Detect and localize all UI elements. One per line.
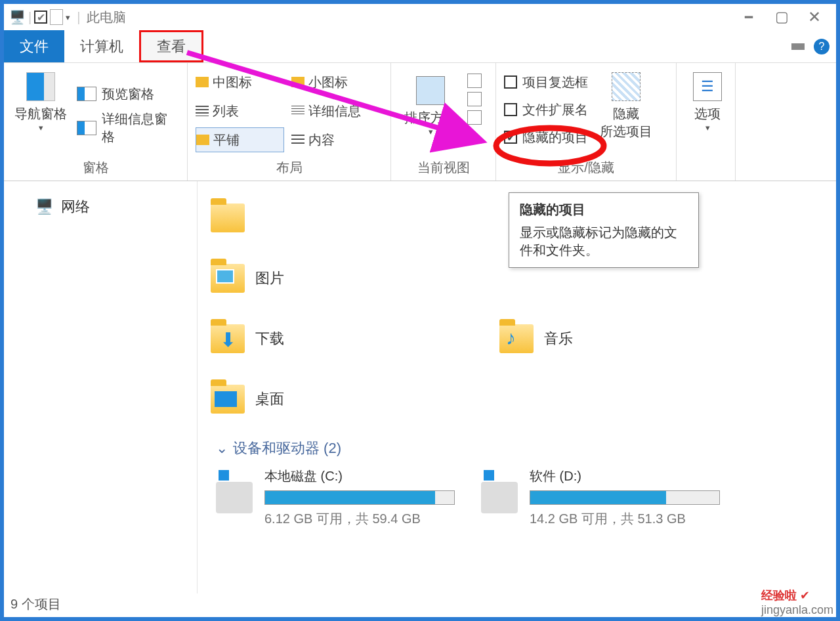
minimize-ribbon-icon[interactable] [791,43,805,50]
tab-file[interactable]: 文件 [4,30,64,62]
details-icon [291,106,304,116]
item-checkboxes-toggle[interactable]: 项目复选框 [504,70,588,95]
folder-icon [211,264,245,293]
devices-section-header[interactable]: ⌄ 设备和驱动器 (2) [216,439,823,458]
folder-icon: ♪ [499,324,534,353]
window-title: 此电脑 [87,9,126,26]
drive-icon [216,482,253,513]
navigation-pane-icon [26,72,55,101]
small-icons-icon [291,77,304,87]
ribbon: 导航窗格▾ 预览窗格 详细信息窗格 窗格 中图标 小图标 列表 详细信息 平铺 … [4,63,836,181]
sort-icon [416,76,445,105]
title-bar: 🖥️ | ✔ ▾ | 此电脑 ━ ▢ ✕ [4,4,836,30]
add-column-icon[interactable] [467,92,482,106]
qat-dropdown-icon[interactable]: ▾ [66,12,70,22]
close-button[interactable]: ✕ [798,4,831,30]
layout-medium-icons[interactable]: 中图标 [196,70,284,95]
panes-group-label: 窗格 [12,155,179,181]
watermark: 经验啦 ✔ jingyanla.com [761,588,833,617]
details-pane-icon [77,121,96,135]
tooltip-title: 隐藏的项目 [520,201,688,219]
drive-icon [481,482,518,513]
showhide-group-label: 显示/隐藏 [504,155,668,181]
chevron-down-icon: ⌄ [216,440,228,457]
tab-view[interactable]: 查看 [139,30,203,62]
layout-details[interactable]: 详细信息 [291,98,380,123]
group-by-icon[interactable] [467,74,482,88]
content-icon [291,135,304,145]
drive-usage-bar [530,490,720,505]
checkbox-icon [504,75,517,89]
size-columns-icon[interactable] [467,110,482,125]
network-icon: 🖥️ [35,198,53,215]
pc-icon: 🖥️ [9,9,26,25]
tooltip-hidden-items: 隐藏的项目 显示或隐藏标记为隐藏的文件和文件夹。 [509,192,699,268]
file-icon [50,9,63,25]
folder-icon: ⬇ [211,324,245,353]
hide-icon [612,72,640,101]
options-icon: ☰ [693,72,722,101]
hide-selected-button[interactable]: 隐藏 所选项目 [595,67,658,155]
preview-pane-button[interactable]: 预览窗格 [77,81,179,106]
tab-computer[interactable]: 计算机 [64,30,139,62]
drive-free-text: 14.2 GB 可用，共 51.3 GB [530,510,720,528]
folder-downloads[interactable]: ⬇下载 [211,309,499,369]
folder-item[interactable] [211,188,499,248]
tiles-icon [196,135,209,145]
layout-small-icons[interactable]: 小图标 [291,70,380,95]
navigation-sidebar: 🖥️ 网络 [4,181,198,593]
checkbox-checked-icon: ✔ [504,131,517,144]
minimize-button[interactable]: ━ [732,4,765,30]
drive-label: 软件 (D:) [530,467,720,485]
details-pane-button[interactable]: 详细信息窗格 [77,116,179,140]
sidebar-item-network[interactable]: 🖥️ 网络 [4,193,197,221]
drive-free-text: 6.12 GB 可用，共 59.4 GB [264,510,455,528]
folder-icon [211,203,245,232]
folder-icon [211,385,245,414]
layout-content[interactable]: 内容 [291,127,380,152]
drive-label: 本地磁盘 (C:) [264,467,455,485]
status-bar: 9 个项目 [10,595,61,613]
medium-icons-icon [196,77,209,87]
maximize-button[interactable]: ▢ [765,4,798,30]
drive-d[interactable]: 软件 (D:) 14.2 GB 可用，共 51.3 GB [481,467,720,528]
tooltip-body: 显示或隐藏标记为隐藏的文件和文件夹。 [520,224,688,259]
ribbon-tabs: 文件 计算机 查看 ? [4,30,836,63]
folder-music[interactable]: ♪音乐 [499,309,788,369]
checkbox-icon [504,103,517,116]
layout-list[interactable]: 列表 [196,98,284,123]
hidden-items-toggle[interactable]: ✔隐藏的项目 [504,125,588,150]
options-button[interactable]: ☰ 选项▾ [684,67,730,133]
layout-group-label: 布局 [196,155,383,181]
navigation-pane-button[interactable]: 导航窗格▾ [12,67,70,155]
file-extensions-toggle[interactable]: 文件扩展名 [504,97,588,122]
help-icon[interactable]: ? [814,39,830,54]
currentview-group-label: 当前视图 [399,155,488,181]
folder-pictures[interactable]: 图片 [211,248,499,309]
list-icon [196,106,209,116]
layout-tiles[interactable]: 平铺 [196,127,284,152]
folder-desktop[interactable]: 桌面 [211,369,499,429]
drive-c[interactable]: 本地磁盘 (C:) 6.12 GB 可用，共 59.4 GB [216,467,455,528]
sort-by-button[interactable]: 排序方式▾ [399,71,462,155]
qat-checkbox-icon[interactable]: ✔ [34,11,47,24]
drive-usage-bar [264,490,455,505]
preview-pane-icon [77,87,96,101]
